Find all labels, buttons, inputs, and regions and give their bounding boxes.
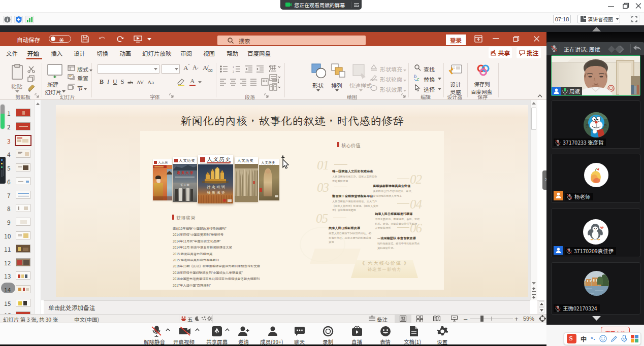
svg-text:1: 1 [233,65,234,68]
svg-text:2: 2 [233,70,234,73]
